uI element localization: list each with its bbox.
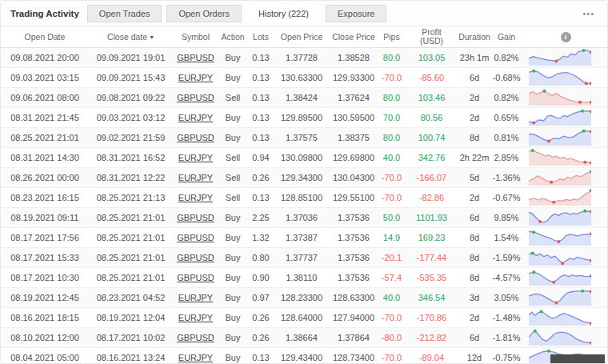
table-row: 08.17.2021 15:3308.25.2021 21:01GBPUSDBu… bbox=[1, 247, 608, 267]
cell-gain: -0.75% bbox=[490, 347, 522, 364]
cell-gain: 1.54% bbox=[490, 227, 522, 247]
symbol-link[interactable]: GBPUSD bbox=[177, 253, 214, 262]
column-header-close_price[interactable]: Close Price bbox=[329, 26, 378, 47]
cell-open_price: 129.34300 bbox=[274, 167, 329, 187]
cell-action: Sell bbox=[218, 147, 247, 167]
cell-duration: 8d bbox=[458, 227, 490, 247]
column-header-close_date[interactable]: Close date▼ bbox=[89, 26, 173, 47]
sparkline-chart bbox=[529, 89, 591, 106]
profit-value: -212.82 bbox=[417, 333, 446, 342]
column-header-open_price[interactable]: Open Price bbox=[274, 26, 329, 47]
cell-open_date: 08.19.2021 12:45 bbox=[1, 287, 89, 307]
symbol-link[interactable]: GBPUSD bbox=[177, 333, 214, 342]
cell-action: Buy bbox=[218, 267, 247, 287]
cell-close_date: 08.17.2021 10:02 bbox=[89, 327, 173, 347]
column-header-chart[interactable]: i bbox=[522, 26, 608, 47]
symbol-link[interactable]: GBPUSD bbox=[177, 213, 214, 222]
cell-duration: 2d bbox=[458, 307, 490, 327]
cell-open_date: 09.06.2021 08:00 bbox=[1, 87, 89, 107]
cell-close_price: 1.37536 bbox=[329, 247, 378, 267]
entry-marker-dot bbox=[582, 130, 586, 133]
widget-title: Trading Activity bbox=[9, 9, 87, 18]
cell-close_price: 128.73400 bbox=[329, 347, 378, 364]
cell-pips: -70.0 bbox=[378, 307, 405, 327]
cell-gain: 0.82% bbox=[490, 47, 522, 67]
symbol-link[interactable]: EURJPY bbox=[178, 193, 213, 202]
entry-marker-dot bbox=[534, 330, 537, 333]
sparkline-chart bbox=[529, 189, 591, 206]
column-header-pips[interactable]: Pips bbox=[378, 26, 405, 47]
tab-history-222[interactable]: History (222) bbox=[246, 5, 321, 22]
cell-action: Sell bbox=[218, 87, 247, 107]
horizontal-scrollbar-thumb[interactable] bbox=[550, 354, 605, 363]
cell-open_date: 08.31.2021 21:45 bbox=[1, 107, 89, 127]
symbol-link[interactable]: GBPUSD bbox=[177, 93, 214, 102]
table-row: 09.03.2021 03:1509.09.2021 15:43EURJPYBu… bbox=[1, 67, 608, 87]
cell-action: Buy bbox=[218, 107, 247, 127]
column-header-duration[interactable]: Duration bbox=[458, 26, 490, 47]
symbol-link[interactable]: EURJPY bbox=[178, 293, 213, 302]
entry-marker-dot bbox=[540, 310, 543, 314]
entry-marker-dot bbox=[582, 49, 586, 52]
column-label: Lots bbox=[253, 32, 269, 42]
exit-marker-dot bbox=[547, 139, 550, 142]
cell-close_price: 1.37624 bbox=[329, 87, 378, 107]
symbol-link[interactable]: EURJPY bbox=[178, 353, 213, 362]
table-row: 08.31.2021 14:3008.31.2021 16:52EURJPYSe… bbox=[1, 147, 608, 167]
symbol-link[interactable]: GBPUSD bbox=[177, 53, 214, 62]
symbol-link[interactable]: EURJPY bbox=[178, 173, 213, 182]
symbol-link[interactable]: GBPUSD bbox=[177, 273, 214, 282]
cell-action: Sell bbox=[218, 167, 247, 187]
column-header-gain[interactable]: Gain bbox=[490, 26, 522, 47]
tab-exposure[interactable]: Exposure bbox=[326, 5, 386, 22]
pips-value: -70.0 bbox=[382, 73, 402, 82]
cell-close_date: 08.25.2021 21:01 bbox=[89, 227, 173, 247]
cell-chart bbox=[522, 167, 608, 187]
tab-open-orders[interactable]: Open Orders bbox=[166, 5, 242, 22]
symbol-link[interactable]: EURJPY bbox=[178, 73, 213, 82]
table-row: 08.17.2021 17:5608.25.2021 21:01GBPUSDBu… bbox=[1, 227, 608, 247]
cell-pips: -70.0 bbox=[378, 347, 405, 364]
cell-close_date: 08.25.2021 21:13 bbox=[89, 187, 173, 207]
cell-duration: 2d bbox=[458, 107, 490, 127]
cell-pips: -80.0 bbox=[378, 327, 405, 347]
column-header-open_date[interactable]: Open Date bbox=[1, 26, 89, 47]
cell-symbol: GBPUSD bbox=[173, 207, 218, 227]
column-label: Duration bbox=[458, 32, 490, 42]
symbol-link[interactable]: EURJPY bbox=[178, 113, 213, 122]
column-header-lots[interactable]: Lots bbox=[247, 26, 274, 47]
column-header-profit[interactable]: Profit(USD) bbox=[405, 26, 458, 47]
tab-open-trades[interactable]: Open Trades bbox=[87, 5, 162, 22]
profit-value: 1101.93 bbox=[416, 213, 447, 222]
cell-profit: -82.86 bbox=[405, 187, 458, 207]
symbol-link[interactable]: GBPUSD bbox=[177, 133, 214, 142]
symbol-link[interactable]: GBPUSD bbox=[177, 233, 214, 242]
symbol-link[interactable]: EURJPY bbox=[178, 313, 213, 322]
cell-lots: 0.13 bbox=[247, 87, 274, 107]
sparkline-cell bbox=[522, 129, 608, 146]
info-icon[interactable]: i bbox=[561, 32, 571, 42]
column-header-symbol[interactable]: Symbol bbox=[173, 26, 218, 47]
column-label: Gain bbox=[498, 32, 515, 42]
cell-pips: 14.9 bbox=[378, 227, 405, 247]
table-row: 08.31.2021 21:4509.03.2021 03:12EURJPYBu… bbox=[1, 107, 608, 127]
column-header-action[interactable]: Action bbox=[218, 26, 247, 47]
symbol-link[interactable]: EURJPY bbox=[178, 153, 213, 162]
cell-symbol: EURJPY bbox=[173, 347, 218, 364]
column-label: Action bbox=[221, 32, 244, 42]
cell-profit: -212.82 bbox=[405, 327, 458, 347]
sparkline-chart bbox=[529, 149, 591, 166]
profit-value: -170.86 bbox=[417, 313, 446, 322]
exit-marker-dot bbox=[538, 220, 542, 223]
profit-value: 103.46 bbox=[418, 93, 446, 102]
cell-pips: 80.0 bbox=[378, 47, 405, 67]
cell-action: Buy bbox=[218, 227, 247, 247]
entry-marker-dot bbox=[543, 90, 546, 93]
cell-chart bbox=[522, 107, 608, 127]
cell-action: Buy bbox=[218, 67, 247, 87]
more-options-button[interactable]: ••• bbox=[578, 9, 599, 18]
exit-marker-dot bbox=[557, 240, 560, 243]
cell-close_date: 09.03.2021 03:12 bbox=[89, 107, 173, 127]
cell-pips: 80.0 bbox=[378, 87, 405, 107]
cell-open_date: 08.10.2021 12:00 bbox=[1, 327, 89, 347]
